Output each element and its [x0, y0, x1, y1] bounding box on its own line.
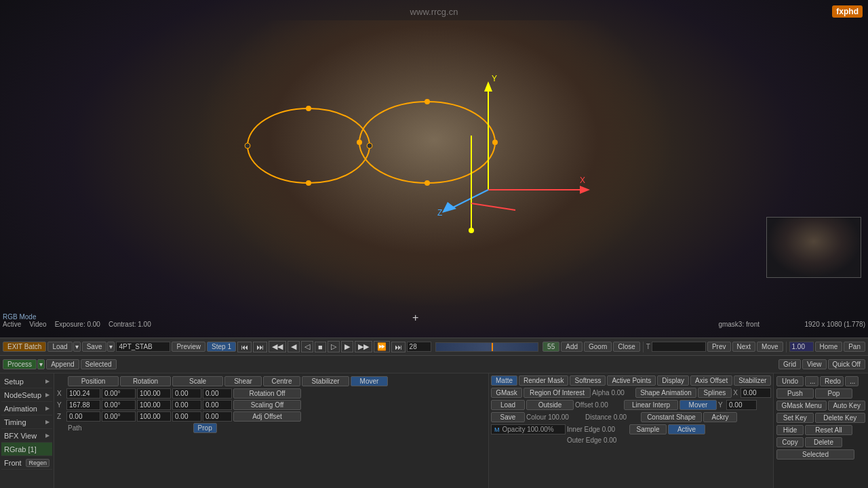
prop-button[interactable]: Prop [193, 423, 217, 433]
pop-button[interactable]: Pop [815, 388, 852, 399]
delete-button[interactable]: Delete [805, 437, 842, 447]
rot-z-input[interactable] [102, 411, 136, 422]
rot-y-input[interactable] [102, 400, 136, 410]
constant-shape-btn[interactable]: Constant Shape [641, 412, 702, 422]
scale-z-input[interactable] [137, 411, 171, 422]
sidebar-item-animation[interactable]: Animation ▶ [1, 402, 52, 415]
adj-offset-btn[interactable]: Adj Offset [233, 411, 301, 422]
delete-key-button[interactable]: Delete Key [815, 413, 865, 423]
nav-next-key[interactable]: ⏩ [374, 341, 390, 352]
outside-btn[interactable]: Outside [526, 400, 574, 410]
process-button[interactable]: Process [3, 359, 37, 369]
pan-button[interactable]: Pan [844, 342, 865, 352]
shear-header[interactable]: Shear [224, 376, 262, 386]
frames-button[interactable]: 55 [542, 342, 559, 352]
splines-btn[interactable]: Splines [698, 388, 732, 398]
centre-x-input[interactable] [203, 388, 232, 399]
sidebar-item-timing[interactable]: Timing ▶ [1, 415, 52, 429]
centre-z-input[interactable] [203, 411, 232, 422]
scale-y-input[interactable] [137, 400, 171, 410]
redo-dots-button[interactable]: ... [845, 376, 859, 386]
nav-step-back[interactable]: ◀ [288, 341, 300, 352]
nav-prev-key[interactable]: ⏭ [253, 342, 267, 352]
rotation-header[interactable]: Rotation [120, 376, 171, 386]
mover-btn[interactable]: Mover [351, 376, 388, 386]
shear-z-input[interactable] [172, 411, 201, 422]
axis-offset-btn[interactable]: Axis Offset [690, 375, 732, 386]
regen-button[interactable]: Regen [26, 459, 50, 467]
sample-btn[interactable]: Sample [629, 424, 667, 434]
centre-header[interactable]: Centre [263, 376, 300, 386]
value-input[interactable] [789, 342, 814, 352]
stab-name-input[interactable] [116, 342, 170, 352]
gmask-btn[interactable]: GMask [491, 388, 522, 398]
current-frame-input[interactable] [407, 342, 431, 352]
ackry-btn[interactable]: Ackry [703, 412, 737, 422]
stabilizer-gmask-btn[interactable]: Stabilizer [734, 375, 771, 386]
exit-batch-button[interactable]: EXIT Batch [3, 342, 46, 352]
active-points-btn[interactable]: Active Points [607, 375, 656, 386]
auto-key-button[interactable]: Auto Key [828, 401, 865, 411]
pos-y-input[interactable] [66, 400, 100, 410]
selected-button[interactable]: Selected [81, 359, 117, 369]
prev-button[interactable]: Prev [707, 342, 731, 352]
hide-button[interactable]: Hide [776, 425, 804, 435]
pos-z-input[interactable] [66, 411, 100, 422]
view-button-top[interactable]: View [802, 359, 827, 369]
save-button[interactable]: Save [82, 342, 107, 352]
preview-button[interactable]: Preview [172, 342, 205, 352]
rot-x-input[interactable] [102, 388, 136, 399]
undo-button[interactable]: Undo [776, 376, 804, 386]
matte-btn[interactable]: Matte [491, 375, 517, 386]
gmask-menu-button[interactable]: GMask Menu [776, 401, 827, 411]
frames-label[interactable]: Add [561, 342, 583, 352]
move-button[interactable]: Move [757, 342, 783, 352]
shape-anim-btn[interactable]: Shape Animation [635, 388, 696, 398]
undo-dots-button[interactable]: ... [805, 376, 818, 386]
pos-x-input[interactable] [66, 388, 100, 399]
save-dropdown[interactable]: ▾ [107, 342, 115, 352]
nav-first[interactable]: ⏮ [237, 342, 252, 352]
sidebar-item-rgrab[interactable]: RGrab [1] [1, 443, 52, 456]
splines-y-input[interactable] [726, 400, 757, 410]
nav-play[interactable]: ▷ [328, 341, 340, 352]
softness-btn[interactable]: Softness [570, 375, 606, 386]
set-key-button[interactable]: Set Key [776, 413, 814, 423]
load-dropdown[interactable]: ▾ [73, 342, 81, 352]
nav-next-frame[interactable]: ▶▶ [355, 341, 372, 352]
centre-y-input[interactable] [203, 400, 232, 410]
t-input[interactable] [652, 342, 706, 352]
timeline[interactable] [435, 342, 538, 352]
active-btn[interactable]: Active [668, 424, 705, 434]
nav-step-fwd[interactable]: ▶ [341, 341, 353, 352]
splines-x-input[interactable] [741, 388, 771, 398]
shear-y-input[interactable] [172, 400, 201, 410]
load-gmask-btn[interactable]: Load [491, 400, 525, 410]
grid-button-top[interactable]: Grid [778, 359, 801, 369]
push-button[interactable]: Push [776, 388, 814, 399]
nav-prev-frame[interactable]: ◀◀ [269, 341, 286, 352]
nav-last[interactable]: ⏭ [391, 342, 406, 352]
goom-button[interactable]: Goom [584, 342, 612, 352]
sidebar-item-nodesetup[interactable]: NodeSetup ▶ [1, 388, 52, 402]
sidebar-item-front[interactable]: Front Regen [1, 456, 52, 470]
reset-all-button[interactable]: Reset All [805, 425, 852, 435]
scaling-off-btn[interactable]: Scaling Off [233, 400, 301, 410]
redo-button[interactable]: Redo [820, 376, 844, 386]
home-button[interactable]: Home [815, 342, 843, 352]
save-gmask-btn[interactable]: Save [491, 412, 525, 422]
nav-play-back[interactable]: ◁ [301, 341, 313, 352]
selected-far-button[interactable]: Selected [776, 449, 854, 460]
linear-interp-btn[interactable]: Linear Interp [624, 400, 678, 410]
sidebar-item-bfxview[interactable]: BFX View ▶ [1, 429, 52, 443]
display-btn[interactable]: Display [657, 375, 689, 386]
position-header[interactable]: Position [68, 376, 119, 386]
mover2-btn[interactable]: Mover [679, 400, 717, 410]
load-button[interactable]: Load [47, 342, 72, 352]
stabilizer-btn[interactable]: Stabilizer [302, 376, 349, 386]
process-dropdown[interactable]: ▾ [37, 359, 45, 369]
append-button[interactable]: Append [46, 359, 79, 369]
quick-off-button-top[interactable]: Quick Off [828, 359, 866, 369]
roi-btn[interactable]: Region Of Interest [524, 388, 591, 398]
scale-x-input[interactable] [137, 388, 171, 399]
